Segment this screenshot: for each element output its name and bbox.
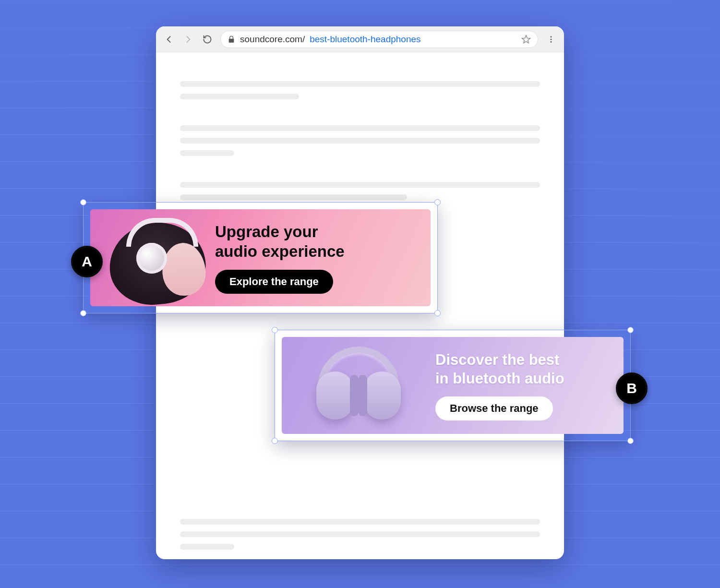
variant-a-frame[interactable]: Upgrade your audio experience Explore th…	[83, 202, 438, 313]
svg-point-2	[551, 38, 552, 40]
variant-b-frame[interactable]: Discover the best in bluetooth audio Bro…	[275, 330, 631, 441]
skeleton-line	[180, 81, 540, 87]
variant-b-headline: Discover the best in bluetooth audio	[435, 350, 564, 388]
lock-icon	[228, 36, 235, 43]
variant-b-badge: B	[616, 372, 648, 404]
variant-b-image	[282, 337, 435, 434]
skeleton-line	[180, 519, 540, 525]
variant-a-banner: Upgrade your audio experience Explore th…	[90, 209, 431, 306]
svg-point-1	[551, 36, 552, 37]
skeleton-line	[180, 150, 234, 156]
skeleton-line	[180, 531, 540, 537]
resize-handle-icon[interactable]	[434, 199, 441, 205]
reload-icon[interactable]	[201, 33, 214, 46]
skeleton-line	[180, 138, 540, 144]
bookmark-star-icon[interactable]	[521, 35, 531, 44]
back-icon[interactable]	[163, 33, 175, 46]
skeleton-line	[180, 182, 540, 188]
resize-handle-icon[interactable]	[627, 327, 634, 333]
variant-a-headline: Upgrade your audio experience	[215, 222, 345, 262]
resize-handle-icon[interactable]	[434, 310, 441, 316]
variant-a-badge: A	[71, 246, 103, 277]
skeleton-line	[180, 194, 407, 200]
resize-handle-icon[interactable]	[627, 438, 634, 444]
resize-handle-icon[interactable]	[272, 438, 278, 444]
skeleton-line	[180, 125, 540, 131]
browser-toolbar: soundcore.com/best-bluetooth-headphones	[156, 26, 564, 52]
skeleton-line	[180, 544, 234, 550]
variant-b-banner: Discover the best in bluetooth audio Bro…	[282, 337, 624, 434]
address-bar[interactable]: soundcore.com/best-bluetooth-headphones	[220, 31, 538, 48]
resize-handle-icon[interactable]	[80, 310, 86, 316]
url-domain: soundcore.com/	[240, 34, 305, 45]
variant-b-cta-button[interactable]: Browse the range	[435, 396, 553, 420]
variant-a-cta-button[interactable]: Explore the range	[215, 270, 333, 294]
variant-a-image	[90, 209, 210, 306]
forward-icon[interactable]	[182, 33, 194, 46]
svg-marker-0	[522, 35, 530, 43]
url-path: best-bluetooth-headphones	[310, 34, 420, 45]
svg-point-3	[551, 41, 552, 42]
resize-handle-icon[interactable]	[80, 199, 86, 205]
resize-handle-icon[interactable]	[272, 327, 278, 333]
menu-kebab-icon[interactable]	[545, 33, 557, 46]
skeleton-line	[180, 94, 299, 99]
